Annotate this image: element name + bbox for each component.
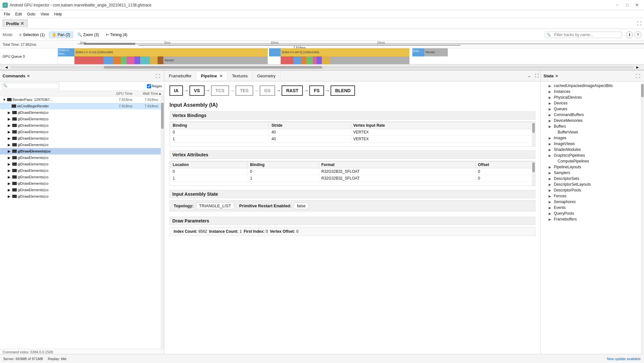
info-button[interactable]: ℹ: [626, 31, 633, 38]
state-scrollbar-thumb[interactable]: [641, 84, 644, 97]
state-item-commandbuffers[interactable]: ▶ CommandBuffers: [541, 112, 641, 118]
vkcmd-row[interactable]: vkCmdBeginRender 7.818ms 7.818ms: [0, 103, 161, 109]
state-item-devicememories[interactable]: ▶ DeviceMemories: [541, 118, 641, 123]
stage-gs[interactable]: GS: [260, 85, 275, 96]
selection-tool-button[interactable]: ⊹ Selection (1): [16, 32, 47, 38]
commands-close-icon[interactable]: ✕: [27, 74, 30, 78]
main-panel-expand-button[interactable]: ⛶: [533, 74, 541, 78]
va-table-scrollbar-thumb[interactable]: [532, 162, 535, 172]
stage-tes[interactable]: TES: [235, 85, 253, 96]
state-item-samplers[interactable]: ▶ Samplers: [541, 170, 641, 176]
gpu-segment-1[interactable]: [5384 0... Binn...: [58, 48, 74, 56]
renderpass-expand-icon[interactable]: ▼: [3, 98, 7, 102]
draw-elements-row-4[interactable]: ▶ glDrawElements(co: [0, 129, 161, 135]
menu-file[interactable]: File: [1, 11, 13, 17]
time-slider-thumb[interactable]: [84, 43, 135, 45]
timing-tool-button[interactable]: ⊢ Timing (4): [103, 32, 130, 38]
draw-elements-row-5[interactable]: ▶ glDrawElements(co: [0, 135, 161, 142]
gpu-segment-colorful[interactable]: Render: [74, 56, 268, 64]
draw-expand-6[interactable]: ▶: [8, 143, 12, 147]
close-button[interactable]: ✕: [632, 2, 641, 9]
profile-expand-button[interactable]: ⛶: [637, 21, 641, 26]
menu-goto[interactable]: Goto: [24, 11, 38, 17]
va-table-scrollbar[interactable]: [532, 161, 535, 186]
state-item-framebuffers[interactable]: ▶ Framebuffers: [541, 216, 641, 222]
zoom-tool-button[interactable]: 🔍 Zoom (3): [74, 32, 102, 38]
draw-expand-10[interactable]: ▶: [8, 169, 12, 173]
commands-scrollbar[interactable]: [161, 96, 164, 349]
minimize-button[interactable]: −: [613, 2, 622, 9]
stage-tcs[interactable]: TCS: [211, 85, 229, 96]
tab-geometry[interactable]: Geometry: [253, 72, 280, 80]
draw-elements-row-3[interactable]: ▶ glDrawElements(co: [0, 122, 161, 129]
state-item-bufferviews[interactable]: BufferViews: [546, 129, 641, 135]
stage-blend[interactable]: BLEND: [331, 85, 355, 96]
menu-edit[interactable]: Edit: [13, 11, 24, 17]
draw-expand-8[interactable]: ▶: [8, 156, 12, 160]
stage-fs[interactable]: FS: [309, 85, 324, 96]
draw-elements-row-2[interactable]: ▶ glDrawElements(co: [0, 116, 161, 122]
gpu-segment-colorful-2[interactable]: [281, 56, 409, 64]
draw-elements-row-6[interactable]: ▶ glDrawElements(co: [0, 142, 161, 148]
draw-elements-row-10[interactable]: ▶ glDrawElements(co: [0, 167, 161, 174]
renderpass-row[interactable]: ▼ RenderPass: 12970367... 7.818ms 7.818m…: [0, 96, 161, 103]
state-close-icon[interactable]: ✕: [555, 74, 558, 78]
vb-table-scrollbar-thumb[interactable]: [532, 123, 535, 133]
state-item-descriptorsetlayouts[interactable]: ▶ DescriptorSetLayouts: [541, 182, 641, 187]
tab-textures[interactable]: Textures: [227, 72, 253, 80]
draw-expand-5[interactable]: ▶: [8, 136, 12, 141]
profile-tab[interactable]: Profile ✕: [3, 19, 28, 27]
draw-expand-4[interactable]: ▶: [8, 130, 12, 134]
stage-ia[interactable]: IA: [169, 85, 183, 96]
draw-expand-12[interactable]: ▶: [8, 182, 12, 186]
gpu-segment-4[interactable]: [5384 0 0 4672] (2280x1080): [281, 48, 409, 56]
filter-tracks-input[interactable]: [545, 32, 622, 38]
draw-expand-1[interactable]: ▶: [8, 111, 12, 115]
commands-search-input[interactable]: [2, 83, 59, 89]
draw-elements-row-13[interactable]: ▶ glDrawElements(co: [0, 187, 161, 193]
state-item-buffers[interactable]: ▶ Buffers: [541, 123, 641, 129]
state-scrollbar[interactable]: [641, 83, 644, 354]
state-item-computepipelines[interactable]: ComputePipelines: [546, 158, 641, 164]
gpu-track[interactable]: [5384 0... Binn... [5384 0 0 1110] (2280…: [58, 48, 644, 64]
draw-expand-11[interactable]: ▶: [8, 175, 12, 179]
h-scroll-track[interactable]: [10, 66, 634, 69]
profile-tab-close[interactable]: ✕: [20, 21, 24, 26]
vb-table-scrollbar[interactable]: [532, 122, 535, 146]
state-item-semaphores[interactable]: ▶ Semaphores: [541, 199, 641, 205]
state-item-physicaldevices[interactable]: ▶ PhysicalDevices: [541, 94, 641, 100]
state-item-descriptorpools[interactable]: ▶ DescriptorPools: [541, 187, 641, 193]
regex-checkbox[interactable]: [147, 84, 151, 88]
scroll-left-arrow[interactable]: ◀: [5, 65, 8, 69]
tab-framebuffer[interactable]: Framebuffer: [164, 72, 197, 80]
menu-view[interactable]: View: [38, 11, 52, 17]
pan-tool-button[interactable]: ✋ Pan (2): [49, 32, 73, 38]
state-item-imageviews[interactable]: ▶ ImageViews: [541, 141, 641, 147]
draw-expand-9[interactable]: ▶: [8, 162, 12, 166]
draw-elements-row-14[interactable]: ▶ glDrawElements(co: [0, 193, 161, 200]
draw-expand-13[interactable]: ▶: [8, 188, 12, 192]
gpu-segment-5[interactable]: [538...: [412, 48, 424, 56]
draw-expand-7[interactable]: ▶: [8, 149, 12, 153]
cmd-scroll-sort-icon[interactable]: ▲: [158, 92, 161, 95]
time-ruler[interactable]: 1ms 5ms 10ms 15ms 7.818ms: [58, 41, 644, 48]
stage-rast[interactable]: RAST: [282, 85, 303, 96]
state-item-queues[interactable]: ▶ Queues: [541, 106, 641, 112]
tab-pipeline-close[interactable]: ✕: [219, 74, 223, 78]
draw-expand-3[interactable]: ▶: [8, 123, 12, 128]
gpu-segment-2[interactable]: [5384 0 0 1110] (2280x1080): [74, 48, 268, 56]
draw-elements-row-12[interactable]: ▶ glDrawElements(co: [0, 180, 161, 187]
commands-expand-button[interactable]: ⛶: [154, 73, 161, 79]
draw-elements-row-1[interactable]: ▶ glDrawElements(co: [0, 109, 161, 116]
state-item-cachedUnpacked[interactable]: ▶ cachedUnpackedImageAspectBits: [541, 83, 641, 89]
state-item-graphicspipelines[interactable]: ▶ GraphicsPipelines: [541, 152, 641, 158]
timeline-horizontal-scroll[interactable]: ◀ ▶: [0, 64, 644, 70]
state-item-instances[interactable]: ▶ Instances: [541, 89, 641, 94]
help-button[interactable]: ?: [634, 31, 641, 38]
menu-help[interactable]: Help: [52, 11, 65, 17]
draw-elements-row-7[interactable]: ▶ glDrawElements(co: [0, 148, 161, 154]
draw-elements-row-8[interactable]: ▶ glDrawElements(co: [0, 154, 161, 161]
state-item-querypools[interactable]: ▶ QueryPools: [541, 211, 641, 216]
maximize-button[interactable]: □: [623, 2, 632, 9]
gpu-segment-render[interactable]: Render: [424, 48, 448, 56]
